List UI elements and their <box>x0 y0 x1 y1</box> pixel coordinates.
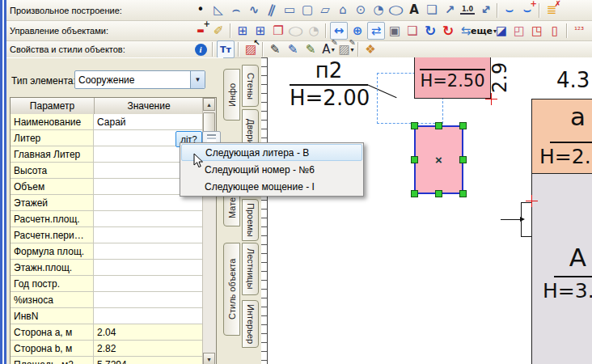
value-cell[interactable]: 5.7294 <box>94 357 203 364</box>
value-cell[interactable]: 2.82 <box>94 341 203 357</box>
selection-handle[interactable] <box>411 156 418 163</box>
table-row[interactable]: Литер <box>11 130 203 146</box>
rotate-tool[interactable]: ↻ <box>422 23 438 39</box>
value-cell[interactable] <box>94 276 203 292</box>
hatch-select-tool[interactable]: ▨↖ <box>243 41 259 57</box>
tab-interior[interactable]: Интерьер <box>242 300 259 348</box>
measure-tool[interactable]: ↕ <box>477 2 493 19</box>
scroll-down-icon[interactable]: ▼ <box>203 353 215 364</box>
room-a[interactable]: а Н=2. <box>531 99 592 174</box>
table-row[interactable]: Сторона a, м 2.04 <box>11 324 203 341</box>
table-row[interactable]: Объем <box>11 179 203 195</box>
red-line-plus-tool[interactable]: ▬+ <box>192 23 209 39</box>
chevron-down-icon[interactable]: ▼ <box>190 71 205 88</box>
scroll-up-icon[interactable]: ▲ <box>203 98 215 111</box>
rectangle-tool[interactable]: ▭ <box>281 2 298 19</box>
building-h250[interactable]: Н=2.50 <box>414 57 491 99</box>
table-row[interactable]: Сторона b, м 2.82 <box>11 341 203 357</box>
contour-style-pencil[interactable]: ✎ <box>285 41 301 57</box>
value-cell[interactable] <box>94 227 203 243</box>
rounded-rect-tool[interactable]: ▢ <box>299 2 315 19</box>
edit-nodes-tool[interactable]: ⌣ <box>501 2 518 19</box>
context-menu-item[interactable]: Следующий номер - №6 <box>181 161 362 178</box>
hatch-style-pencil[interactable]: ▨✎ <box>338 41 354 57</box>
text-format-tool[interactable]: Tт <box>217 40 235 58</box>
selection-handle[interactable] <box>459 156 467 163</box>
value-cell[interactable] <box>94 260 203 276</box>
rotate-copy-tool[interactable]: ↻ <box>440 23 456 39</box>
spline-tool[interactable]: ∿ <box>246 2 262 19</box>
mirror-tool[interactable]: ⇄ <box>367 22 385 40</box>
table-row[interactable]: Наименование Сарай <box>11 114 203 130</box>
more-menu[interactable]: еще <box>476 23 492 39</box>
move-tool[interactable]: ⊕ <box>349 23 366 39</box>
measure-line-tool[interactable]: ✎ <box>589 23 592 39</box>
selection-handle[interactable] <box>459 122 467 129</box>
selection-handle[interactable] <box>459 190 467 197</box>
room-b[interactable]: А Н=3. <box>531 174 592 364</box>
value-cell[interactable]: 2.04 <box>94 324 203 341</box>
text-tool[interactable]: A <box>406 2 422 19</box>
fill-style-pencil[interactable]: ✎ <box>302 41 319 57</box>
selection-handle[interactable] <box>411 122 418 129</box>
tab-info[interactable]: Инфо <box>223 69 240 121</box>
table-row[interactable]: Расчетн.площ. <box>11 211 203 227</box>
table-row[interactable]: Высота <box>11 163 203 179</box>
join-objects-tool[interactable]: ⊞ <box>235 23 251 39</box>
table-row[interactable]: Главная Литер <box>11 146 203 163</box>
tab-stairs[interactable]: Лестницы <box>242 243 259 295</box>
table-row[interactable]: Этажн.площ. <box>11 260 203 276</box>
selected-object[interactable]: × <box>414 125 463 194</box>
table-row[interactable]: Площадь, м2 5.7294 <box>11 357 203 364</box>
numbering-tool[interactable]: ¹²³ <box>571 23 587 39</box>
table-row[interactable]: Год постр. <box>11 276 203 292</box>
context-menu-item[interactable]: Следующая литера - В <box>181 144 362 161</box>
paste-contour-tool[interactable]: ◳ <box>529 23 545 39</box>
info-icon[interactable]: i <box>192 41 209 57</box>
line-style-pencil[interactable]: ✎ <box>267 41 283 57</box>
value-cell[interactable] <box>94 243 203 260</box>
copy-shape-tool[interactable]: ◰ <box>511 23 527 39</box>
text-style-pencil[interactable]: A✎ <box>320 41 336 57</box>
tab-openings[interactable]: Проемы <box>242 199 259 241</box>
selection-handle[interactable] <box>435 190 442 197</box>
add-node-tool[interactable]: ⌣+ <box>519 2 535 19</box>
stretch-tool[interactable]: ↔ <box>330 22 348 40</box>
arrow-tool[interactable]: ↗ <box>442 2 458 19</box>
join-objects-alt-tool[interactable]: ⊞ <box>252 23 269 39</box>
double-line-tool[interactable]: ∥ <box>264 2 280 19</box>
circle-center-tool[interactable]: ⊙ <box>353 2 369 19</box>
polyline-tool[interactable]: ◺ <box>210 2 226 19</box>
ellipse-object-alt-tool[interactable]: ◔ <box>306 23 322 39</box>
selection-handle[interactable] <box>435 122 442 129</box>
ellipse-object-tool[interactable]: ○ <box>288 23 304 39</box>
fill-style-tool[interactable]: ◪ <box>493 23 510 39</box>
tab-object-style[interactable]: Стиль объекта <box>223 243 240 336</box>
table-row[interactable]: Формула площ. <box>11 243 203 260</box>
ruler-pencil-tool[interactable]: ✐ <box>210 23 226 39</box>
select-contour-tool[interactable]: ▣ <box>387 23 403 39</box>
table-row[interactable]: ИнвN <box>11 308 203 324</box>
value-cell[interactable]: Сарай <box>94 114 203 130</box>
value-column-header[interactable]: Значение <box>95 98 204 114</box>
arch-tool[interactable]: ⌂ <box>335 2 351 19</box>
element-type-select[interactable]: Сооружение ▼ <box>74 70 205 89</box>
select-region-tool[interactable]: ❑ <box>404 23 421 39</box>
table-row[interactable]: Расчетн.пери… <box>11 227 203 243</box>
palette-icon[interactable]: ❖ <box>362 41 378 57</box>
delete-construction-tool[interactable]: ≣✗ <box>543 2 560 19</box>
circle-2pt-tool[interactable]: ◔ <box>370 2 387 19</box>
region-tool[interactable]: ❏ <box>424 2 440 19</box>
point-tool[interactable]: • <box>192 2 209 19</box>
drawing-canvas[interactable]: п2 Н=2.00 Н=2.50 2.9 4.3 × а Н=2. <box>261 57 592 364</box>
value-cell[interactable] <box>94 195 203 211</box>
parallelogram-tool[interactable]: ▱ <box>317 2 333 19</box>
value-cell[interactable] <box>94 211 203 227</box>
table-row[interactable]: %износа <box>11 292 203 308</box>
square-object-tool[interactable]: ❐ <box>270 23 286 39</box>
ellipse-tool[interactable]: ○ <box>388 2 404 19</box>
value-cell[interactable] <box>94 308 203 324</box>
value-cell[interactable] <box>94 292 203 308</box>
selection-handle[interactable] <box>411 190 418 197</box>
table-row[interactable]: Этажей <box>11 195 203 211</box>
